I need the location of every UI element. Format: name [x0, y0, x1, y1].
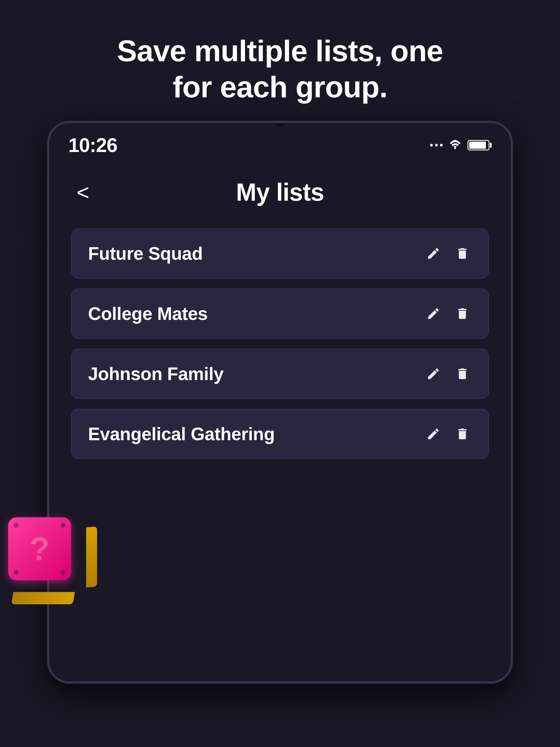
list-item-actions: [424, 424, 472, 443]
list-item-actions: [424, 304, 472, 323]
page-title: My lists: [236, 178, 324, 206]
delete-button[interactable]: [453, 364, 472, 383]
list-item[interactable]: Evangelical Gathering: [71, 409, 489, 459]
list-item[interactable]: Future Squad: [71, 228, 489, 279]
list-item-name: College Mates: [88, 303, 207, 324]
dice-decoration: ?: [8, 517, 96, 605]
list-item[interactable]: Johnson Family: [71, 349, 489, 399]
status-bar: 10:26: [49, 123, 511, 162]
lists-container: Future Squad College Mates: [71, 228, 489, 459]
svg-point-0: [455, 147, 456, 149]
edit-button[interactable]: [424, 304, 443, 323]
headline-line1: Save multiple lists, one: [0, 33, 560, 69]
headline-line2: for each group.: [0, 69, 560, 105]
screen-content: < My lists Future Squad: [49, 162, 511, 681]
signal-dots-icon: [430, 144, 443, 147]
edit-button[interactable]: [424, 244, 443, 263]
dot-2: [435, 144, 438, 147]
camera-notch: [276, 123, 284, 126]
headline-area: Save multiple lists, one for each group.: [0, 0, 560, 121]
device-frame: 10:26: [48, 121, 512, 683]
list-item-actions: [424, 364, 472, 383]
list-item-name: Johnson Family: [88, 363, 223, 384]
battery-icon: [467, 140, 492, 150]
dot-1: [430, 144, 433, 147]
list-item-actions: [424, 244, 472, 263]
delete-button[interactable]: [453, 244, 472, 263]
dot-3: [440, 144, 443, 147]
delete-button[interactable]: [453, 424, 472, 443]
list-item[interactable]: College Mates: [71, 288, 489, 339]
header-row: < My lists: [71, 173, 489, 206]
list-item-name: Future Squad: [88, 243, 203, 264]
list-item-name: Evangelical Gathering: [88, 423, 275, 444]
back-button[interactable]: <: [71, 179, 95, 206]
delete-button[interactable]: [453, 304, 472, 323]
edit-button[interactable]: [424, 364, 443, 383]
status-icons: [430, 138, 492, 152]
status-time: 10:26: [68, 134, 117, 156]
wifi-icon: [448, 138, 463, 152]
edit-button[interactable]: [424, 424, 443, 443]
